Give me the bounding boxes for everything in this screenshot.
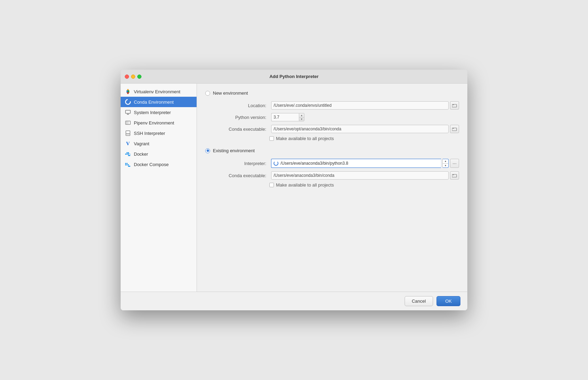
existing-conda-exec-input[interactable] — [271, 171, 449, 180]
sidebar-item-pipenv[interactable]: Pipenv Environment — [121, 118, 197, 128]
svg-rect-23 — [127, 164, 128, 165]
new-env-make-available-row: Make available to all projects — [205, 136, 459, 141]
location-input[interactable] — [271, 101, 449, 110]
svg-marker-2 — [127, 90, 128, 93]
interpreter-display: /Users/eve/anaconda3/bin/python3.8 — [271, 159, 441, 168]
python-version-input[interactable] — [271, 113, 299, 121]
sidebar-item-conda-label: Conda Environment — [134, 100, 174, 105]
new-environment-radio[interactable]: New environment — [205, 90, 459, 96]
sidebar-item-system[interactable]: System Interpreter — [121, 107, 197, 118]
existing-env-make-available-row: Make available to all projects — [205, 182, 459, 188]
new-env-radio-label: New environment — [213, 90, 248, 96]
new-env-make-available-checkbox[interactable] — [269, 136, 274, 141]
ok-button[interactable]: OK — [436, 296, 460, 306]
sidebar-item-system-label: System Interpreter — [134, 110, 171, 115]
interpreter-label: Interpreter: — [213, 161, 268, 166]
svg-rect-20 — [125, 163, 126, 164]
interpreter-spinner[interactable]: ▲ ▼ — [442, 159, 449, 168]
virtualenv-icon — [125, 88, 131, 95]
svg-rect-18 — [128, 152, 129, 153]
python-version-spinner[interactable]: ▲ ▼ — [299, 113, 304, 121]
svg-rect-19 — [128, 155, 130, 156]
spinner-down[interactable]: ▼ — [299, 118, 304, 121]
svg-rect-21 — [127, 163, 128, 164]
add-interpreter-dialog: Add Python Interpreter Virtualenv Enviro… — [121, 70, 467, 310]
sidebar-item-conda[interactable]: Conda Environment — [121, 97, 197, 107]
sidebar-item-vagrant-label: Vagrant — [134, 141, 149, 146]
dialog-footer: Cancel OK — [121, 292, 467, 310]
sidebar: Virtualenv Environment Conda Environment — [121, 84, 197, 292]
sidebar-item-ssh[interactable]: SSH Interpreter — [121, 128, 197, 138]
traffic-lights — [125, 75, 141, 79]
cancel-button[interactable]: Cancel — [405, 296, 433, 306]
new-conda-exec-field-row — [271, 125, 459, 133]
svg-rect-22 — [125, 164, 126, 165]
ssh-icon — [125, 130, 131, 136]
loading-spinner-icon — [274, 161, 278, 166]
existing-conda-exec-field-row — [271, 171, 459, 180]
sidebar-item-docker-compose[interactable]: Docker Compose — [121, 159, 197, 170]
interpreter-field-row: /Users/eve/anaconda3/bin/python3.8 ▲ ▼ ·… — [271, 159, 459, 168]
existing-env-radio-label: Existing environment — [213, 148, 255, 153]
svg-marker-3 — [127, 92, 129, 94]
dialog-body: Virtualenv Environment Conda Environment — [121, 84, 467, 292]
python-version-label: Python version: — [213, 115, 268, 120]
title-bar: Add Python Interpreter — [121, 70, 467, 84]
sidebar-item-ssh-label: SSH Interpreter — [134, 131, 165, 136]
system-icon — [125, 109, 131, 115]
svg-rect-25 — [128, 166, 130, 167]
main-content: New environment Location: Python ve — [197, 84, 467, 292]
sidebar-item-virtualenv[interactable]: Virtualenv Environment — [121, 86, 197, 97]
pipenv-icon — [125, 120, 131, 126]
svg-point-4 — [126, 100, 130, 104]
existing-env-form: Interpreter: /Users/eve/anaconda3/bin/py… — [205, 159, 459, 180]
minimize-button[interactable] — [131, 75, 135, 79]
docker-compose-icon — [125, 161, 131, 167]
new-env-radio-button[interactable] — [205, 91, 210, 96]
close-button[interactable] — [125, 75, 129, 79]
new-conda-exec-label: Conda executable: — [213, 127, 268, 132]
new-conda-exec-input[interactable] — [271, 125, 449, 133]
existing-environment-radio[interactable]: Existing environment — [205, 148, 459, 153]
svg-rect-5 — [126, 110, 130, 113]
interp-arrow-up[interactable]: ▲ — [443, 159, 448, 164]
spinner-up[interactable]: ▲ — [299, 113, 304, 118]
location-browse-button[interactable] — [450, 101, 459, 110]
existing-env-radio-button[interactable] — [205, 148, 210, 153]
sidebar-item-pipenv-label: Pipenv Environment — [134, 120, 174, 126]
location-label: Location: — [213, 103, 268, 108]
location-field-row — [271, 101, 459, 110]
interpreter-value: /Users/eve/anaconda3/bin/python3.8 — [280, 161, 348, 166]
vagrant-icon: V — [125, 140, 131, 147]
dialog-title: Add Python Interpreter — [269, 74, 319, 79]
conda-icon — [125, 99, 131, 105]
new-env-make-available-label: Make available to all projects — [276, 136, 334, 141]
existing-conda-exec-label: Conda executable: — [213, 173, 268, 178]
existing-env-make-available-checkbox[interactable] — [269, 183, 274, 187]
interpreter-browse-button[interactable]: ··· — [450, 159, 459, 168]
python-version-field: ▲ ▼ — [271, 113, 459, 121]
existing-env-make-available-label: Make available to all projects — [276, 182, 334, 188]
existing-environment-section: Existing environment Interpreter: /Users… — [205, 148, 459, 188]
maximize-button[interactable] — [137, 75, 141, 79]
sidebar-item-virtualenv-label: Virtualenv Environment — [134, 89, 180, 94]
sidebar-item-docker-label: Docker — [134, 152, 148, 157]
svg-rect-17 — [127, 152, 128, 153]
new-conda-exec-browse-button[interactable] — [450, 125, 459, 133]
svg-marker-1 — [128, 90, 129, 93]
new-environment-section: New environment Location: Python ve — [205, 90, 459, 141]
sidebar-item-docker-compose-label: Docker Compose — [134, 162, 168, 167]
existing-conda-exec-browse-button[interactable] — [450, 171, 459, 180]
sidebar-item-docker[interactable]: Docker — [121, 149, 197, 159]
sidebar-item-vagrant[interactable]: V Vagrant — [121, 138, 197, 149]
svg-rect-11 — [126, 131, 130, 134]
new-env-form: Location: Python version: — [205, 101, 459, 133]
docker-icon — [125, 151, 131, 157]
svg-rect-24 — [128, 164, 129, 165]
svg-rect-13 — [126, 134, 130, 136]
interp-arrow-down[interactable]: ▼ — [443, 164, 448, 168]
